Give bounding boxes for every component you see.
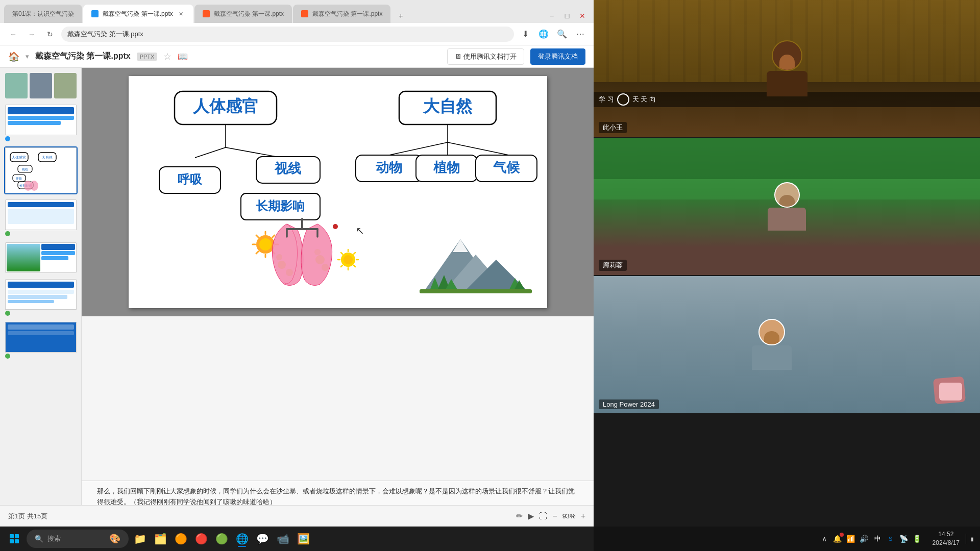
tray-icons: ∧ 🔔 📶 🔊 中 S 📡 🔋: [815, 534, 926, 544]
slide-sidebar: 人体感官 大自然 视线 呼吸 长期影响: [0, 68, 82, 525]
taskbar-zoom[interactable]: 📹: [274, 530, 292, 548]
tab-2-label: 戴森空气污染 第一课.pptx: [103, 10, 173, 18]
zoom-out-icon[interactable]: −: [552, 512, 557, 521]
fullscreen-icon[interactable]: ⛶: [539, 512, 547, 521]
svg-text:人体感官: 人体感官: [192, 97, 258, 115]
zoom-in-icon[interactable]: +: [581, 512, 585, 521]
tab-4[interactable]: 戴森空气污染 第一课.pptx: [293, 5, 390, 23]
sidebar-slide-5[interactable]: [4, 241, 78, 274]
svg-point-62: [314, 249, 321, 255]
svg-line-17: [195, 147, 226, 158]
tray-sound[interactable]: 🔊: [859, 534, 869, 544]
start-button[interactable]: [4, 529, 24, 549]
taskbar-mi-app[interactable]: 🟠: [172, 530, 190, 548]
tab-3-favicon: [203, 10, 210, 17]
svg-text:人体感官: 人体感官: [12, 156, 26, 160]
downloads-button[interactable]: ⬇: [518, 27, 532, 41]
taskbar-photo[interactable]: 🖼️: [294, 530, 312, 548]
maximize-button[interactable]: □: [560, 9, 574, 23]
minimize-button[interactable]: −: [545, 9, 559, 23]
slide-page: 人体感官 大自然 视线 呼吸: [129, 76, 547, 308]
svg-text:长期影响: 长期影响: [256, 199, 305, 213]
taskbar-search[interactable]: 🔍 搜索 🎨: [27, 530, 129, 548]
tray-antivirus[interactable]: S: [886, 534, 896, 544]
system-tray: ∧ 🔔 📶 🔊 中 S 📡 🔋 14:52 2024/8/17 ▮: [815, 530, 976, 547]
svg-text:视线: 视线: [274, 161, 302, 176]
document-title: 戴森空气污染 第一课.pptx: [35, 51, 131, 62]
toolbar: 🏠 ▾ 戴森空气污染 第一课.pptx PPTX ☆ 📖 🖥 使用腾讯文档打开 …: [0, 45, 594, 68]
browser-window: 第01课：认识空气污染 戴森空气污染 第一课.pptx ✕ 戴森空气污染 第一课…: [0, 0, 594, 551]
forward-button[interactable]: →: [24, 27, 39, 41]
tab-4-label: 戴森空气污染 第一课.pptx: [312, 10, 382, 18]
windows-logo: [10, 534, 19, 543]
svg-point-61: [322, 264, 329, 271]
tray-battery[interactable]: 🔋: [912, 534, 922, 544]
show-desktop-btn[interactable]: ▮: [966, 534, 976, 544]
file-type-badge: PPTX: [137, 53, 158, 61]
sidebar-slide-2[interactable]: [4, 104, 78, 142]
close-button[interactable]: ✕: [575, 9, 590, 23]
tab-3-label: 戴森空气污染 第一课.pptx: [214, 10, 284, 18]
tray-input[interactable]: 中: [872, 534, 883, 544]
sidebar-slide-7[interactable]: [4, 321, 78, 360]
address-text: 戴森空气污染 第一课.pptx: [67, 30, 143, 39]
svg-text:植物: 植物: [433, 160, 460, 175]
taskbar-wechat[interactable]: 💬: [253, 530, 272, 548]
svg-text:大自然: 大自然: [42, 156, 53, 160]
more-button[interactable]: ⋯: [573, 27, 587, 41]
toolbar-separator: ▾: [26, 53, 29, 60]
taskbar-browser[interactable]: 🌐: [233, 530, 251, 548]
address-bar[interactable]: 戴森空气污染 第一课.pptx: [61, 27, 514, 42]
tab-2[interactable]: 戴森空气污染 第一课.pptx ✕: [83, 5, 193, 23]
tray-wifi[interactable]: 📡: [899, 534, 909, 544]
thumb-1a: [5, 73, 28, 98]
thumb-1c: [54, 73, 77, 98]
home-icon[interactable]: 🏠: [8, 51, 19, 62]
tab-4-favicon: [301, 10, 308, 17]
new-tab-button[interactable]: +: [394, 9, 408, 23]
zoom-level: 93%: [562, 512, 576, 520]
open-in-tencent-btn[interactable]: 🖥 使用腾讯文档打开: [447, 48, 524, 65]
taskbar-red-app[interactable]: 🔴: [192, 530, 210, 548]
tray-network[interactable]: 📶: [846, 534, 856, 544]
tab-1[interactable]: 第01课：认识空气污染: [4, 5, 82, 23]
svg-text:气候: 气候: [493, 160, 520, 175]
svg-text:视线: 视线: [22, 168, 28, 171]
tab-1-label: 第01课：认识空气污染: [12, 10, 74, 18]
video-tile-3: Long Power 2024: [594, 276, 980, 414]
back-button[interactable]: ←: [6, 27, 20, 41]
login-tencent-btn[interactable]: 登录腾讯文档: [530, 48, 585, 65]
sidebar-slide-6[interactable]: [4, 278, 78, 317]
svg-text:↖: ↖: [356, 225, 364, 236]
globe-button[interactable]: 🌐: [536, 27, 551, 41]
monitor-icon: 🖥: [455, 53, 461, 60]
login-btn-label: 登录腾讯文档: [538, 53, 578, 60]
current-date: 2024/8/17: [933, 539, 960, 547]
status-bar: 第1页 共15页 ✏ ▶ ⛶ − 93% +: [0, 505, 594, 527]
tab-3[interactable]: 戴森空气污染 第一课.pptx: [194, 5, 292, 23]
tray-notification[interactable]: 🔔: [832, 534, 843, 544]
search-button[interactable]: 🔍: [555, 27, 569, 41]
tab-2-close[interactable]: ✕: [177, 10, 185, 18]
svg-line-38: [273, 235, 275, 237]
svg-text:呼吸: 呼吸: [16, 177, 22, 180]
time-display[interactable]: 14:52 2024/8/17: [928, 530, 964, 547]
current-time: 14:52: [938, 530, 953, 539]
sidebar-slide-1[interactable]: [4, 72, 78, 99]
play-icon[interactable]: ▶: [528, 511, 534, 521]
edit-icon[interactable]: ✏: [516, 511, 523, 521]
reading-icon[interactable]: 📖: [178, 52, 188, 61]
slide-svg: 人体感官 大自然 视线 呼吸: [129, 76, 547, 308]
tray-arrow[interactable]: ∧: [819, 534, 829, 544]
taskbar-file-explorer[interactable]: 📁: [131, 530, 149, 548]
sidebar-slide-3[interactable]: 人体感官 大自然 视线 呼吸 长期影响: [4, 146, 78, 194]
slide-container: 人体感官 大自然 视线 呼吸: [82, 68, 594, 316]
taskbar-green-app[interactable]: 🟢: [212, 530, 231, 548]
learning-text2: 天 天 向: [632, 95, 656, 104]
participant-2-name: 廊莉蓉: [599, 260, 627, 271]
taskbar-folder[interactable]: 🗂️: [151, 530, 169, 548]
sidebar-slide-4[interactable]: [4, 198, 78, 237]
search-icon: 🔍: [35, 535, 43, 543]
bookmark-icon[interactable]: ☆: [163, 51, 172, 62]
refresh-button[interactable]: ↻: [43, 27, 57, 41]
